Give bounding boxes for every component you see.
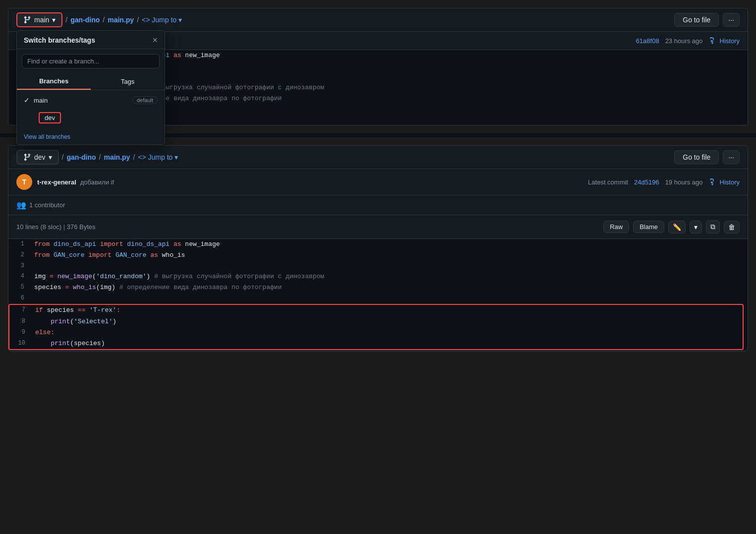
branch-icon (23, 16, 31, 24)
copy-button[interactable]: ⧉ (706, 220, 720, 234)
commit-message: добавили if (80, 178, 114, 186)
branch-icon-dev (23, 153, 31, 161)
branch-dropdown: Switch branches/tags × Branches Tags ✓ m… (16, 30, 165, 145)
view-all-branches-link[interactable]: View all branches (17, 129, 165, 144)
bsep3: / (133, 153, 135, 161)
bottom-commit-time: 19 hours ago (665, 178, 703, 186)
code-line-9: 9 else: (9, 327, 743, 338)
commit-right-info: 61a8f08 23 hours ago History (636, 37, 740, 45)
bottom-jump-to-button[interactable]: <> Jump to ▾ (138, 153, 178, 161)
edit-button[interactable]: ✏️ (668, 221, 686, 234)
bottom-repo-link[interactable]: gan-dino (66, 153, 96, 161)
code-line-6: 6 (8, 293, 748, 303)
code-line-3: 3 (8, 261, 748, 271)
header-actions: Go to file ··· (674, 13, 740, 27)
blame-button[interactable]: Blame (633, 221, 664, 233)
branch-name-label: ✓ main (24, 96, 48, 104)
breadcrumb-area: main ▾ Switch branches/tags × Branches T… (16, 12, 182, 27)
branch-selector-dev[interactable]: dev ▾ (16, 150, 59, 165)
branch-name-dev: dev (34, 153, 46, 161)
bottom-breadcrumb-area: dev ▾ / gan-dino / main.py / <> Jump to … (16, 150, 178, 165)
contributor-bar: 👥 1 contributor (8, 195, 748, 215)
jump-to-button[interactable]: <> Jump to ▾ (142, 16, 182, 24)
default-badge: default (132, 96, 158, 104)
commit-hash[interactable]: 61a8f08 (636, 37, 659, 45)
repo-link[interactable]: gan-dino (70, 16, 100, 24)
history-icon-bottom (709, 178, 717, 186)
code-line-5: 5 species = who_is(img) # определение ви… (8, 282, 748, 293)
bottom-file-link[interactable]: main.py (104, 153, 130, 161)
dropdown-header: Switch branches/tags × (17, 31, 165, 49)
dropdown-title: Switch branches/tags (24, 36, 95, 44)
branches-tab[interactable]: Branches (17, 73, 91, 90)
jump-to-arrow: ▾ (178, 16, 182, 24)
code-line-2: 2 from GAN_core import GAN_core as who_i… (8, 250, 748, 261)
bottom-code-area: 1 from dino_ds_api import dino_ds_api as… (8, 239, 748, 350)
latest-commit-text: Latest commit (588, 178, 628, 186)
highlighted-code-block: 7 if species == 'T-rex': 8 print('Select… (8, 304, 744, 350)
code-line-7: 7 if species == 'T-rex': (9, 305, 743, 316)
branch-name-dev-label: dev (24, 112, 61, 123)
branch-selector-main[interactable]: main ▾ (16, 12, 62, 27)
branch-item-dev[interactable]: dev (17, 108, 165, 127)
bottom-commit-bar: T t-rex-general добавили if Latest commi… (8, 169, 748, 195)
branch-search-input[interactable] (22, 54, 160, 68)
file-stats: 10 lines (8 sloc) | 376 Bytes (16, 223, 96, 231)
commit-author[interactable]: t-rex-general (37, 178, 76, 186)
top-header: main ▾ Switch branches/tags × Branches T… (8, 8, 748, 32)
delete-button[interactable]: 🗑 (724, 221, 740, 234)
bottom-commit-hash[interactable]: 24d5196 (634, 178, 659, 186)
contributor-icon: 👥 (16, 200, 26, 210)
sep3: / (137, 16, 139, 24)
code-line-4: 4 img = new_image('dino_random') # выгру… (8, 271, 748, 282)
code-line-10: 10 print(species) (9, 338, 743, 349)
file-info-bar: 10 lines (8 sloc) | 376 Bytes Raw Blame … (8, 215, 748, 239)
dot-separator: | (63, 223, 67, 231)
bsep1: / (62, 153, 64, 161)
tags-tab[interactable]: Tags (91, 73, 165, 90)
branch-item-main[interactable]: ✓ main default (17, 92, 165, 108)
commit-meta: t-rex-general добавили if (37, 178, 114, 186)
history-label-bottom: History (720, 178, 740, 186)
go-to-file-button[interactable]: Go to file (674, 13, 719, 27)
file-lines: 10 lines (8 sloc) (16, 223, 61, 231)
sep2: / (103, 16, 105, 24)
code-line-1: 1 from dino_ds_api import dino_ds_api as… (8, 239, 748, 250)
edit-dropdown-button[interactable]: ▾ (690, 221, 702, 234)
bottom-jump-to-arrow: ▾ (174, 153, 178, 161)
dev-branch-label: dev (39, 112, 61, 123)
jump-to-label: <> Jump to (142, 16, 176, 24)
branch-label-main: main (34, 97, 48, 104)
bottom-more-options-button[interactable]: ··· (723, 150, 740, 164)
bottom-commit-right: Latest commit 24d5196 19 hours ago Histo… (588, 178, 740, 186)
history-icon (709, 37, 717, 45)
branch-dropdown-arrow: ▾ (52, 16, 56, 24)
dropdown-close-button[interactable]: × (152, 36, 158, 45)
file-link[interactable]: main.py (108, 16, 134, 24)
file-actions: Raw Blame ✏️ ▾ ⧉ 🗑 (603, 220, 740, 234)
raw-button[interactable]: Raw (603, 221, 629, 233)
dropdown-tabs: Branches Tags (17, 73, 165, 90)
sep1: / (65, 16, 67, 24)
branch-dropdown-arrow-dev: ▾ (49, 153, 52, 161)
history-button-bottom[interactable]: History (709, 178, 740, 186)
bottom-section: dev ▾ / gan-dino / main.py / <> Jump to … (8, 145, 748, 352)
bottom-header: dev ▾ / gan-dino / main.py / <> Jump to … (8, 146, 748, 169)
code-line-8: 8 print('Selectel') (9, 316, 743, 327)
top-section: main ▾ Switch branches/tags × Branches T… (8, 8, 748, 125)
history-label-top: History (720, 37, 740, 45)
bsep2: / (99, 153, 101, 161)
more-options-button[interactable]: ··· (723, 13, 740, 27)
file-size: 376 Bytes (67, 223, 96, 231)
commit-info: T t-rex-general добавили if (16, 174, 114, 190)
contributor-count: 1 contributor (29, 201, 65, 209)
checkmark-icon: ✓ (24, 96, 30, 104)
history-button-top[interactable]: History (709, 37, 740, 45)
commit-time: 23 hours ago (665, 37, 703, 45)
branch-list: ✓ main default dev (17, 90, 165, 129)
bottom-go-to-file-button[interactable]: Go to file (674, 150, 719, 164)
author-avatar: T (16, 174, 32, 190)
bottom-jump-to-label: <> Jump to (138, 153, 173, 161)
bottom-header-actions: Go to file ··· (674, 150, 740, 164)
branch-name-main: main (34, 16, 49, 24)
